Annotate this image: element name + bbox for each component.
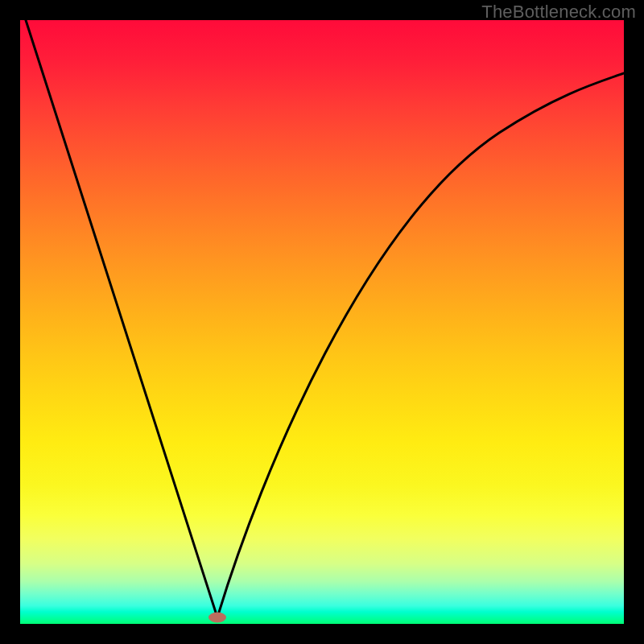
- chart-frame: TheBottleneck.com: [0, 0, 644, 644]
- bottleneck-curve: [20, 20, 624, 624]
- min-marker: [208, 613, 226, 623]
- curve-path: [26, 20, 624, 617]
- plot-area: [20, 20, 624, 624]
